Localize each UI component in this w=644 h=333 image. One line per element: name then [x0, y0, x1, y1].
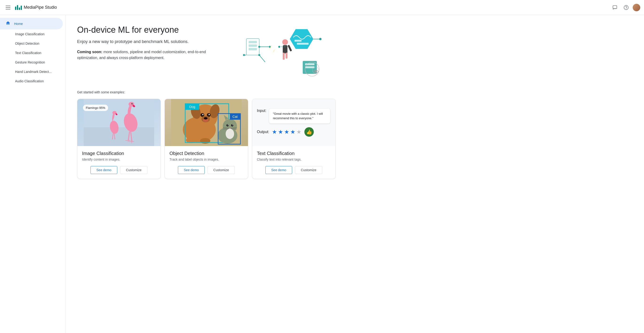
coming-soon-prefix: Coming soon: — [77, 50, 102, 54]
svg-rect-6 — [249, 48, 257, 50]
svg-text:Cat: Cat — [232, 115, 238, 119]
card-object-detection-desc: Track and label objects in images. — [170, 158, 243, 161]
svg-rect-27 — [283, 53, 285, 60]
image-classification-demo-button[interactable]: See demo — [90, 166, 117, 174]
input-label: Input: — [257, 109, 266, 113]
star-5: ★ — [296, 129, 302, 135]
logo-bar-3 — [19, 8, 20, 10]
thumbs-up-icon: 👍 — [304, 127, 314, 137]
card-object-detection-title: Object Detection — [170, 151, 243, 156]
svg-point-33 — [243, 54, 245, 56]
sidebar-object-detection-label: Object Detection — [15, 42, 40, 45]
card-object-detection-content: Object Detection Track and label objects… — [165, 146, 248, 179]
sidebar-text-classification-label: Text Classification — [15, 51, 41, 55]
svg-point-67 — [226, 124, 229, 127]
star-3: ★ — [284, 129, 289, 135]
card-text-classification-image: Input: "Great movie with a classic plot.… — [252, 99, 336, 146]
hero-section: On-device ML for everyone Enjoy a new wa… — [77, 25, 633, 81]
sidebar: Home Image Classification Object Detecti… — [0, 15, 66, 333]
logo-bar-4 — [21, 6, 22, 10]
svg-rect-28 — [286, 53, 288, 59]
card-text-classification-content: Text Classification Classify text into r… — [252, 146, 336, 179]
svg-rect-5 — [249, 45, 257, 47]
star-rating: ★ ★ ★ ★ ★ — [272, 129, 302, 135]
header-left: MediaPipe Studio — [4, 4, 610, 11]
output-label: Output: — [257, 130, 269, 134]
object-detection-illustration: Dog — [171, 99, 242, 146]
svg-rect-4 — [249, 41, 257, 43]
svg-rect-13 — [294, 40, 302, 42]
svg-rect-35 — [84, 127, 154, 146]
sidebar-item-text-classification[interactable]: Text Classification — [0, 48, 66, 58]
help-button[interactable] — [622, 3, 631, 12]
header-right — [610, 3, 640, 12]
home-icon — [6, 21, 10, 27]
object-detection-demo-button[interactable]: See demo — [178, 166, 205, 174]
card-text-classification-desc: Classify text into relevant tags. — [257, 158, 331, 161]
svg-point-25 — [282, 39, 288, 45]
svg-point-68 — [228, 125, 228, 125]
svg-rect-14 — [297, 43, 308, 45]
svg-point-58 — [186, 137, 196, 143]
card-image-classification: Flamingo 95% — [77, 99, 161, 179]
sidebar-gesture-recognition-label: Gesture Recognition — [15, 61, 45, 64]
card-object-detection: Dog — [164, 99, 248, 179]
svg-point-54 — [209, 114, 210, 115]
svg-point-16 — [319, 38, 322, 40]
text-classification-input-row: Input: "Great movie with a classic plot.… — [257, 109, 331, 123]
svg-point-1 — [624, 5, 628, 10]
hero-coming-soon: Coming soon: more solutions, pipeline an… — [77, 49, 223, 61]
sidebar-item-image-classification[interactable]: Image Classification — [0, 29, 66, 39]
card-image-classification-content: Image Classification Identify content in… — [77, 146, 160, 179]
star-4: ★ — [290, 129, 296, 135]
user-avatar[interactable] — [633, 4, 640, 11]
star-2: ★ — [278, 129, 283, 135]
svg-point-57 — [204, 117, 208, 120]
card-object-detection-image: Dog — [165, 99, 248, 146]
hero-illustration-svg — [232, 25, 322, 81]
svg-point-8 — [258, 46, 260, 48]
sidebar-item-gesture-recognition[interactable]: Gesture Recognition — [0, 58, 66, 67]
svg-point-76 — [226, 129, 234, 139]
card-text-classification-title: Text Classification — [257, 151, 331, 156]
app-title: MediaPipe Studio — [24, 5, 57, 10]
card-image-classification-title: Image Classification — [82, 151, 156, 156]
hamburger-menu-button[interactable] — [4, 4, 12, 11]
card-image-classification-image: Flamingo 95% — [77, 99, 160, 146]
svg-point-69 — [231, 124, 234, 127]
sidebar-item-home[interactable]: Home — [0, 18, 63, 29]
card-image-classification-actions: See demo Customize — [82, 166, 156, 174]
sidebar-item-object-detection[interactable]: Object Detection — [0, 39, 66, 48]
hero-text: On-device ML for everyone Enjoy a new wa… — [77, 25, 223, 61]
svg-rect-29 — [288, 45, 292, 52]
examples-section: Get started with some examples: Flamingo… — [77, 90, 633, 179]
main-content: On-device ML for everyone Enjoy a new wa… — [66, 15, 644, 333]
text-classification-customize-button[interactable]: Customize — [295, 166, 322, 174]
examples-title: Get started with some examples: — [77, 90, 633, 94]
svg-rect-26 — [283, 45, 288, 53]
hero-title: On-device ML for everyone — [77, 25, 223, 36]
sidebar-item-audio-classification[interactable]: Audio Classification — [0, 76, 66, 86]
svg-text:Dog: Dog — [189, 105, 195, 109]
logo-bar-1 — [15, 7, 16, 10]
image-classification-customize-button[interactable]: Customize — [120, 166, 147, 174]
sidebar-audio-classification-label: Audio Classification — [15, 79, 44, 83]
star-1: ★ — [272, 129, 277, 135]
card-image-classification-desc: Identify content in images. — [82, 158, 156, 161]
svg-point-52 — [202, 114, 204, 115]
sidebar-item-hand-landmark[interactable]: Hand Landmark Detect... — [0, 67, 66, 76]
card-text-classification-actions: See demo Customize — [257, 166, 331, 174]
sidebar-image-classification-label: Image Classification — [15, 32, 44, 36]
input-bubble: "Great movie with a classic plot. I will… — [269, 109, 330, 123]
sidebar-home-label: Home — [14, 22, 23, 26]
svg-point-24 — [315, 71, 316, 73]
text-classification-demo-button[interactable]: See demo — [265, 166, 292, 174]
svg-rect-0 — [613, 6, 617, 9]
feedback-button[interactable] — [610, 3, 620, 12]
flamingo-badge: Flamingo 95% — [83, 105, 108, 111]
cards-grid: Flamingo 95% — [77, 99, 336, 179]
object-detection-customize-button[interactable]: Customize — [208, 166, 235, 174]
svg-point-39 — [132, 103, 132, 104]
text-classification-output-row: Output: ★ ★ ★ ★ ★ 👍 — [257, 127, 331, 137]
app-logo: MediaPipe Studio — [15, 5, 57, 10]
